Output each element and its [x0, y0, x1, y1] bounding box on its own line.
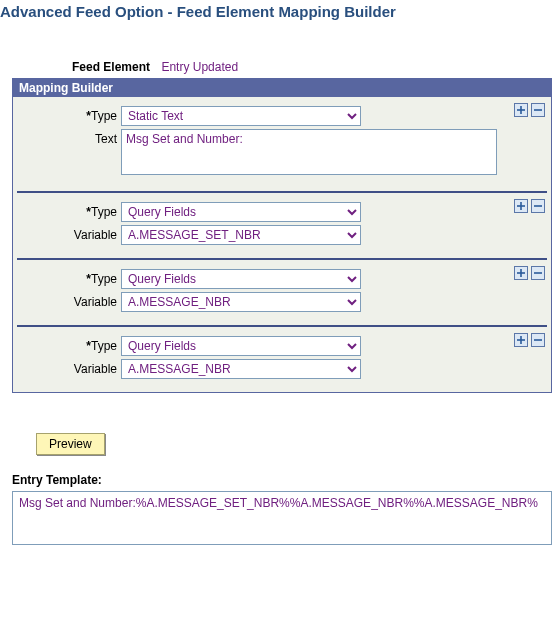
variable-label: Variable: [13, 292, 121, 309]
type-label: *Type: [13, 202, 121, 219]
preview-button[interactable]: Preview: [36, 433, 105, 455]
remove-row-button[interactable]: [531, 199, 545, 213]
remove-row-button[interactable]: [531, 266, 545, 280]
variable-select[interactable]: A.MESSAGE_SET_NBR: [121, 225, 361, 245]
mapping-block: *Type Static Text Query Fields Text: [13, 97, 551, 191]
feed-element-label: Feed Element: [72, 60, 150, 74]
variable-select[interactable]: A.MESSAGE_NBR: [121, 359, 361, 379]
feed-element-value: Entry Updated: [161, 60, 238, 74]
variable-select[interactable]: A.MESSAGE_NBR: [121, 292, 361, 312]
type-label: *Type: [13, 106, 121, 123]
add-row-button[interactable]: [514, 199, 528, 213]
add-row-button[interactable]: [514, 266, 528, 280]
text-input[interactable]: [121, 129, 497, 175]
variable-label: Variable: [13, 359, 121, 376]
mapping-builder-panel: Mapping Builder *Type Static Text: [12, 78, 552, 393]
type-select[interactable]: Query Fields Static Text: [121, 336, 361, 356]
type-label: *Type: [13, 269, 121, 286]
mapping-block: *Type Query Fields Static Text Variable …: [13, 260, 551, 325]
variable-label: Variable: [13, 225, 121, 242]
text-label: Text: [13, 129, 121, 146]
mapping-block: *Type Query Fields Static Text Variable …: [13, 193, 551, 258]
type-select[interactable]: Query Fields Static Text: [121, 269, 361, 289]
mapping-block: *Type Query Fields Static Text Variable …: [13, 327, 551, 392]
page-title: Advanced Feed Option - Feed Element Mapp…: [0, 3, 560, 20]
add-row-button[interactable]: [514, 333, 528, 347]
entry-template-label: Entry Template:: [12, 473, 560, 487]
add-row-button[interactable]: [514, 103, 528, 117]
mapping-builder-header: Mapping Builder: [13, 79, 551, 97]
feed-element-row: Feed Element Entry Updated: [72, 60, 560, 74]
type-select[interactable]: Static Text Query Fields: [121, 106, 361, 126]
type-label: *Type: [13, 336, 121, 353]
type-select[interactable]: Query Fields Static Text: [121, 202, 361, 222]
remove-row-button[interactable]: [531, 333, 545, 347]
entry-template-output: Msg Set and Number:%A.MESSAGE_SET_NBR%%A…: [12, 491, 552, 545]
remove-row-button[interactable]: [531, 103, 545, 117]
